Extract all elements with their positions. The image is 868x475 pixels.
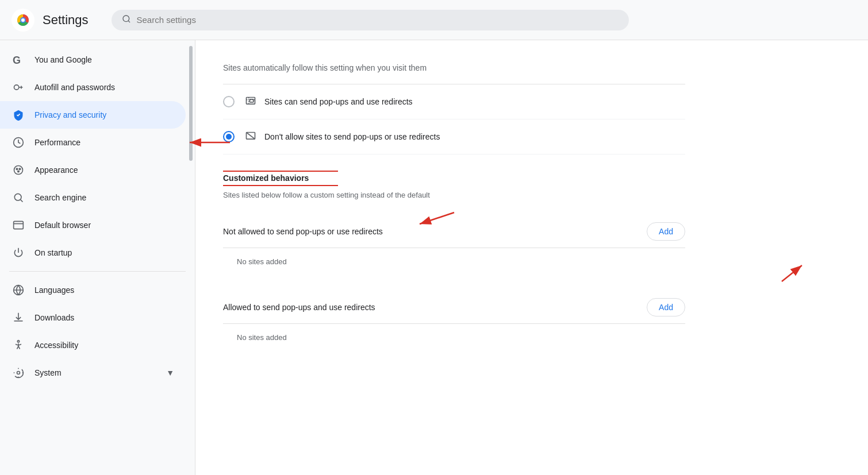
chrome-logo-icon (11, 9, 34, 32)
svg-point-9 (14, 166, 23, 175)
sidebar-label-downloads: Downloads (34, 313, 74, 322)
sidebar-item-search-engine[interactable]: Search engine (0, 184, 186, 211)
sidebar: G You and Google Autofill and passwords (0, 40, 195, 475)
not-allowed-add-button[interactable]: Add (647, 222, 685, 241)
sidebar-item-you-and-google[interactable]: G You and Google (0, 46, 186, 74)
red-underline-top (223, 171, 338, 172)
google-g-icon: G (11, 53, 25, 67)
sidebar-label-search-engine: Search engine (34, 193, 86, 202)
intro-text: Sites automatically follow this setting … (223, 54, 685, 84)
svg-point-5 (123, 16, 129, 22)
not-allowed-empty-text: No sites added (223, 250, 685, 273)
search-input[interactable] (137, 15, 619, 25)
sidebar-item-downloads[interactable]: Downloads (0, 304, 186, 331)
svg-rect-15 (14, 221, 24, 229)
customized-behaviors-section: Customized behaviors Sites listed below … (223, 171, 685, 349)
radio-label-allow-popups: Sites can send pop-ups and use redirects (264, 97, 413, 106)
content-area: Sites automatically follow this setting … (195, 40, 713, 379)
popup-block-icon (244, 130, 258, 144)
allowed-label: Allowed to send pop-ups and use redirect… (223, 303, 375, 312)
accessibility-icon (11, 338, 25, 352)
allowed-header: Allowed to send pop-ups and use redirect… (223, 289, 685, 321)
not-allowed-header: Not allowed to send pop-ups or use redir… (223, 213, 685, 245)
allowed-section: Allowed to send pop-ups and use redirect… (223, 289, 685, 349)
not-allowed-divider (223, 248, 685, 248)
svg-point-18 (17, 372, 20, 374)
svg-point-12 (18, 171, 20, 172)
sidebar-item-accessibility[interactable]: Accessibility (0, 331, 186, 359)
svg-point-17 (17, 341, 19, 342)
svg-point-4 (21, 18, 25, 22)
radio-circle-block[interactable] (223, 131, 235, 142)
sidebar-label-default-browser: Default browser (34, 221, 91, 230)
gauge-icon (11, 136, 25, 149)
sidebar-label-languages: Languages (34, 285, 74, 295)
sidebar-item-languages[interactable]: Languages (0, 276, 186, 304)
allowed-empty-text: No sites added (223, 326, 685, 349)
svg-line-22 (247, 133, 255, 140)
svg-line-14 (21, 200, 23, 202)
topbar: Settings (0, 0, 868, 40)
browser-icon (11, 218, 25, 232)
shield-icon (11, 108, 25, 122)
sidebar-scrollbar[interactable] (189, 46, 193, 161)
download-icon (11, 311, 25, 325)
red-underline-bottom (223, 185, 338, 186)
svg-point-13 (14, 194, 21, 200)
power-icon (11, 246, 25, 260)
sidebar-item-on-startup[interactable]: On startup (0, 239, 186, 267)
popup-allow-icon (244, 95, 258, 109)
search-bar[interactable] (112, 10, 629, 30)
sidebar-item-privacy-security[interactable]: Privacy and security (0, 101, 186, 129)
sidebar-label-system: System (34, 368, 62, 377)
search-engine-icon (11, 191, 25, 204)
customized-desc: Sites listed below follow a custom setti… (223, 191, 685, 199)
svg-point-10 (16, 168, 18, 170)
radio-circle-allow[interactable] (223, 96, 235, 107)
system-icon (11, 366, 25, 380)
sidebar-label-accessibility: Accessibility (34, 341, 78, 350)
sidebar-item-system[interactable]: System ▼ (0, 359, 186, 387)
sidebar-label-performance: Performance (34, 138, 80, 147)
system-chevron-icon: ▼ (166, 368, 174, 377)
sidebar-label-privacy: Privacy and security (34, 110, 106, 119)
main-content: G You and Google Autofill and passwords (0, 40, 868, 475)
sidebar-label-appearance: Appearance (34, 165, 78, 175)
allowed-divider (223, 323, 685, 324)
sidebar-divider-1 (9, 271, 186, 272)
svg-line-6 (128, 21, 130, 22)
palette-icon (11, 163, 25, 177)
radio-option-block-popups[interactable]: Don't allow sites to send pop-ups or use… (223, 119, 685, 155)
right-panel: Sites automatically follow this setting … (195, 40, 868, 475)
svg-point-8 (14, 85, 19, 90)
sidebar-label-autofill: Autofill and passwords (34, 83, 115, 92)
sidebar-item-appearance[interactable]: Appearance (0, 156, 186, 184)
sidebar-item-default-browser[interactable]: Default browser (0, 211, 186, 239)
search-icon (122, 14, 131, 26)
radio-option-allow-popups[interactable]: Sites can send pop-ups and use redirects (223, 84, 685, 119)
radio-label-block-popups: Don't allow sites to send pop-ups or use… (264, 132, 440, 141)
customized-header: Customized behaviors (223, 171, 685, 186)
svg-text:G: G (13, 55, 21, 65)
sidebar-label-you-and-google: You and Google (34, 55, 92, 64)
allowed-add-button[interactable]: Add (647, 298, 685, 316)
languages-icon (11, 283, 25, 297)
not-allowed-label: Not allowed to send pop-ups or use redir… (223, 227, 383, 236)
sidebar-item-autofill[interactable]: Autofill and passwords (0, 74, 186, 101)
key-icon (11, 80, 25, 94)
sidebar-label-on-startup: On startup (34, 248, 72, 257)
svg-point-11 (19, 168, 21, 170)
sidebar-item-performance[interactable]: Performance (0, 129, 186, 156)
not-allowed-section: Not allowed to send pop-ups or use redir… (223, 213, 685, 273)
svg-rect-20 (249, 99, 254, 102)
page-title: Settings (43, 13, 89, 28)
customized-title: Customized behaviors (223, 173, 309, 185)
